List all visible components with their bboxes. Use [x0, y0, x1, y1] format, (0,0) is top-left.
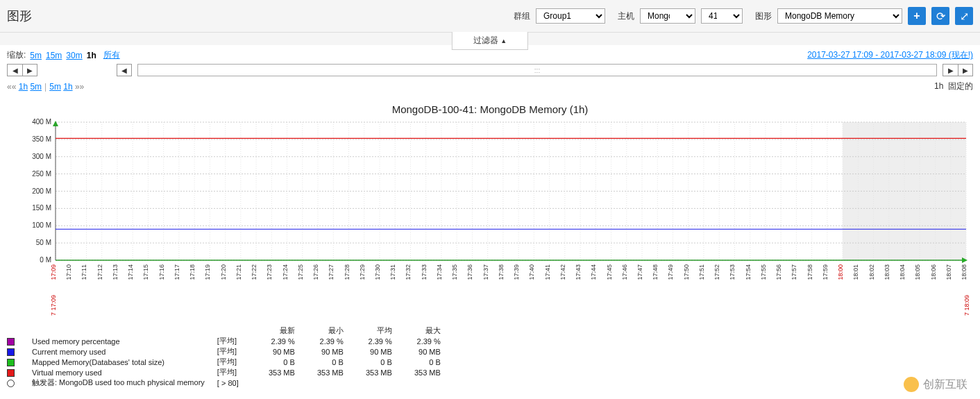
legend-row: Mapped Memory(Databases' total size)[平均]… [7, 357, 453, 367]
timeline-nav: ◀ ▶ ◀ ::: ▶ ▶ [0, 62, 980, 78]
svg-text:17:34: 17:34 [436, 264, 443, 280]
svg-text:17:35: 17:35 [451, 264, 458, 280]
svg-text:18:06: 18:06 [930, 264, 937, 280]
svg-text:17:10: 17:10 [65, 264, 72, 280]
legend-area: 最新最小平均最大Used memory percentage[平均]2.39 %… [0, 323, 980, 391]
scroll-right-button[interactable]: ▶ [943, 64, 958, 76]
svg-text:17:28: 17:28 [344, 264, 350, 280]
quick-right-arrows[interactable]: »» [75, 82, 84, 92]
graph-select[interactable]: MongoDB Memory [777, 8, 902, 24]
legend-row: Used memory percentage[平均]2.39 %2.39 %2.… [7, 336, 453, 346]
legend-row: Virtual memory used[平均]353 MB353 MB353 M… [7, 367, 453, 377]
svg-text:17:57: 17:57 [791, 264, 797, 280]
svg-text:17:53: 17:53 [729, 264, 736, 280]
host-select-1[interactable]: MongoDB [640, 8, 695, 24]
svg-text:17:52: 17:52 [713, 264, 720, 280]
svg-text:0 M: 0 M [40, 256, 51, 264]
step-back-button[interactable]: ◀ [7, 64, 22, 76]
graph-label: 图形 [755, 10, 772, 22]
zoom-30m[interactable]: 30m [66, 51, 82, 60]
group-label: 群组 [514, 10, 530, 22]
svg-text:17:30: 17:30 [374, 264, 381, 280]
svg-text:17:51: 17:51 [698, 264, 705, 280]
zoom-label: 缩放: [7, 49, 26, 61]
svg-text:17:45: 17:45 [606, 264, 613, 280]
svg-text:17:31: 17:31 [389, 264, 396, 280]
legend-header: 最小 [307, 325, 356, 336]
timeline-scrollbar[interactable]: ::: [137, 64, 937, 76]
host-label: 主机 [618, 10, 634, 22]
quicknav-1[interactable]: 5m [30, 82, 42, 92]
quicknav-0[interactable]: 1h [19, 82, 28, 92]
filter-label: 过滤器 [473, 35, 498, 45]
svg-text:17:47: 17:47 [636, 264, 643, 280]
svg-text:17:59: 17:59 [822, 264, 829, 280]
host-select-2[interactable]: 41 [701, 8, 743, 24]
quick-left-arrows[interactable]: «« [7, 82, 16, 92]
svg-text:17:16: 17:16 [158, 264, 165, 280]
legend-header: 平均 [356, 325, 405, 336]
svg-text:18:01: 18:01 [852, 264, 859, 280]
brand-text: 创新互联 [923, 377, 968, 391]
svg-text:17:44: 17:44 [590, 264, 597, 280]
svg-text:17:12: 17:12 [96, 264, 103, 280]
svg-text:17:56: 17:56 [775, 264, 782, 280]
svg-text:17:15: 17:15 [142, 264, 149, 280]
fixed-label: 1h 固定的 [934, 80, 973, 92]
zoom-15m[interactable]: 15m [46, 51, 62, 60]
svg-text:18:05: 18:05 [914, 264, 921, 280]
svg-text:17:18: 17:18 [189, 264, 196, 280]
svg-text:17:37: 17:37 [482, 264, 489, 280]
svg-text:17:48: 17:48 [652, 264, 659, 280]
group-select[interactable]: Group1 [536, 8, 605, 24]
fullscreen-button[interactable]: ⤢ [955, 7, 973, 25]
time-range[interactable]: 2017-03-27 17:09 - 2017-03-27 18:09 (现在!… [807, 49, 973, 61]
scroll-end-button[interactable]: ▶ [958, 64, 973, 76]
svg-text:17:39: 17:39 [513, 264, 520, 280]
svg-text:250 M: 250 M [32, 170, 51, 178]
svg-text:18:07: 18:07 [945, 264, 952, 280]
chart: 0 M50 M100 M150 M200 M250 M300 M350 M400… [7, 118, 973, 316]
svg-text:17:33: 17:33 [421, 264, 428, 280]
svg-text:100 M: 100 M [32, 221, 51, 229]
chart-area: MongoDB-100-41: MongoDB Memory (1h) 0 M5… [0, 103, 980, 323]
svg-text:50 M: 50 M [36, 239, 51, 246]
svg-text:17:36: 17:36 [466, 264, 473, 280]
svg-text:03-27 17:09: 03-27 17:09 [50, 295, 57, 316]
quicknav-2[interactable]: 5m [49, 82, 61, 92]
svg-text:17:32: 17:32 [405, 264, 412, 280]
svg-text:18:02: 18:02 [868, 264, 875, 280]
svg-text:350 M: 350 M [32, 135, 51, 143]
svg-text:18:08: 18:08 [961, 264, 968, 280]
zoom-1h[interactable]: 1h [87, 51, 96, 60]
svg-text:17:50: 17:50 [683, 264, 690, 280]
refresh-button[interactable]: ⟳ [931, 7, 949, 25]
svg-text:17:55: 17:55 [760, 264, 767, 280]
svg-text:17:43: 17:43 [575, 264, 582, 280]
step-fwd-button[interactable]: ▶ [22, 64, 37, 76]
svg-text:17:54: 17:54 [745, 264, 752, 280]
svg-text:18:03: 18:03 [884, 264, 890, 280]
svg-text:17:46: 17:46 [621, 264, 628, 280]
svg-text:17:26: 17:26 [312, 264, 319, 280]
svg-text:17:24: 17:24 [282, 264, 289, 280]
page-title: 图形 [7, 8, 32, 24]
filter-bar: 过滤器 ▲ [0, 33, 980, 45]
zoom-all[interactable]: 所有 [103, 49, 120, 61]
zoom-5m[interactable]: 5m [30, 51, 42, 60]
svg-text:17:13: 17:13 [112, 264, 119, 280]
filter-toggle[interactable]: 过滤器 ▲ [452, 32, 528, 50]
svg-text:17:22: 17:22 [251, 264, 257, 280]
svg-text:17:17: 17:17 [174, 264, 180, 280]
legend-table: 最新最小平均最大Used memory percentage[平均]2.39 %… [7, 325, 453, 388]
brand-watermark: 创新互联 [904, 377, 968, 391]
svg-text:18:00: 18:00 [837, 264, 844, 280]
svg-text:200 M: 200 M [32, 187, 51, 195]
scroll-left-button[interactable]: ◀ [117, 64, 132, 76]
svg-text:17:58: 17:58 [806, 264, 813, 280]
add-button[interactable]: + [908, 7, 926, 25]
svg-text:300 M: 300 M [32, 153, 51, 160]
svg-text:17:41: 17:41 [544, 264, 551, 280]
quicknav-3[interactable]: 1h [63, 82, 72, 92]
svg-text:03-27 18:09: 03-27 18:09 [963, 295, 970, 316]
